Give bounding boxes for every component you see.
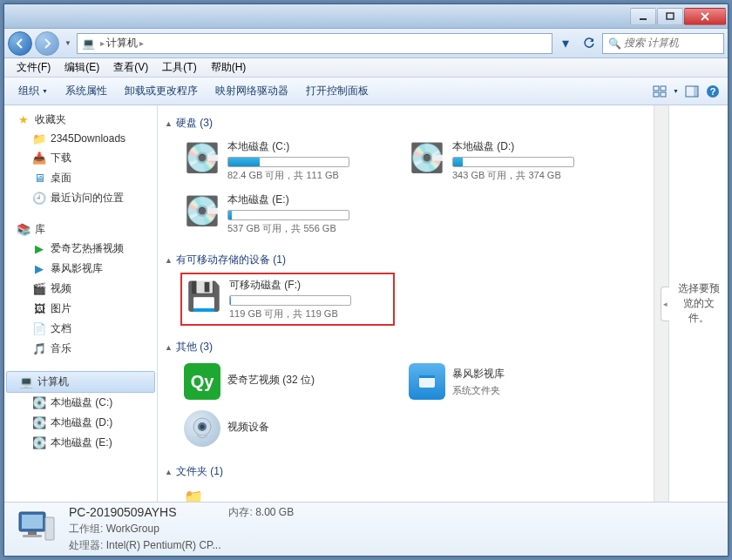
drive-f-removable[interactable]: 💾 可移动磁盘 (F:) 119 GB 可用，共 119 GB <box>180 273 395 326</box>
uninstall-button[interactable]: 卸载或更改程序 <box>118 80 205 102</box>
sidebar-item-downloads[interactable]: 📥下载 <box>4 148 157 168</box>
organize-button[interactable]: 组织 ▼ <box>11 80 55 102</box>
document-icon: 📄 <box>32 322 46 336</box>
help-button[interactable]: ? <box>705 84 721 99</box>
sidebar-item-drive-e[interactable]: 💽本地磁盘 (E:) <box>4 433 157 453</box>
svg-rect-3 <box>661 86 666 91</box>
baofeng-app-icon <box>409 363 445 400</box>
address-dropdown[interactable]: ▾ <box>555 33 576 54</box>
sidebar-item-desktop[interactable]: 🖥桌面 <box>4 168 157 188</box>
sidebar-item-videos[interactable]: 🎬视频 <box>4 279 157 299</box>
svg-rect-1 <box>667 13 674 19</box>
sidebar-item-iqiyi[interactable]: ▶爱奇艺热播视频 <box>4 239 157 259</box>
close-button[interactable] <box>684 8 726 25</box>
drive-e-icon: 💽 <box>184 192 220 229</box>
star-icon: ★ <box>17 113 30 127</box>
menu-edit[interactable]: 编辑(E) <box>58 58 106 77</box>
forward-button[interactable] <box>35 31 59 56</box>
collapse-icon[interactable]: ▲ <box>165 468 173 476</box>
nav-history-dropdown[interactable]: ▼ <box>62 35 74 52</box>
pc-icon <box>14 509 58 550</box>
system-properties-button[interactable]: 系统属性 <box>58 80 114 102</box>
toolbar-left: 组织 ▼ 系统属性 卸载或更改程序 映射网络驱动器 打开控制面板 <box>11 80 376 102</box>
menu-view[interactable]: 查看(V) <box>106 58 155 77</box>
window-controls <box>630 8 726 25</box>
sidebar-computer-group: 💻 计算机 💽本地磁盘 (C:) 💽本地磁盘 (D:) 💽本地磁盘 (E:) <box>4 371 157 453</box>
sidebar-item-recent[interactable]: 🕘最近访问的位置 <box>4 188 157 208</box>
drive-d-bar <box>452 157 574 167</box>
collapse-icon[interactable]: ▲ <box>165 343 173 352</box>
control-panel-button[interactable]: 打开控制面板 <box>299 80 376 102</box>
sidebar-item-drive-c[interactable]: 💽本地磁盘 (C:) <box>4 393 157 413</box>
back-button[interactable] <box>8 31 32 56</box>
breadcrumb-text[interactable]: 计算机 <box>106 36 138 51</box>
toolbar: 组织 ▼ 系统属性 卸载或更改程序 映射网络驱动器 打开控制面板 ▼ ? <box>4 78 728 105</box>
sidebar-item-documents[interactable]: 📄文档 <box>4 319 157 339</box>
preview-pane-button[interactable] <box>684 84 700 99</box>
folder-icon: 📁 <box>184 488 203 502</box>
content-pane[interactable]: ▲ 硬盘 (3) 💽 本地磁盘 (C:) 82.4 GB 可用，共 111 GB… <box>158 105 668 502</box>
svg-rect-4 <box>654 92 659 97</box>
menu-tools[interactable]: 工具(T) <box>155 58 203 77</box>
section-header-removable[interactable]: ▲ 有可移动存储的设备 (1) <box>163 249 663 271</box>
preview-pane-icon <box>685 85 699 98</box>
computer-icon: 💻 <box>19 375 33 389</box>
collapse-icon[interactable]: ▲ <box>165 119 173 128</box>
folder-icon: 📁 <box>32 132 46 145</box>
preview-collapse-handle[interactable]: ◂ <box>661 287 669 321</box>
other-iqiyi[interactable]: Qy 爱奇艺视频 (32 位) <box>180 360 395 403</box>
titlebar <box>4 4 728 29</box>
drive-f-bar <box>229 295 351 306</box>
sidebar-item-2345downloads[interactable]: 📁2345Downloads <box>4 129 157 148</box>
view-options-button[interactable] <box>652 84 668 99</box>
drive-c-icon: 💽 <box>184 139 220 176</box>
other-grid: Qy 爱奇艺视频 (32 位) 暴风影视库 系统文件夹 <box>163 358 663 461</box>
library-icon: 📚 <box>17 223 30 237</box>
map-drive-button[interactable]: 映射网络驱动器 <box>208 80 295 102</box>
sidebar-item-drive-d[interactable]: 💽本地磁盘 (D:) <box>4 413 157 433</box>
sidebar-libraries-header[interactable]: 📚 库 <box>4 220 157 239</box>
section-header-other[interactable]: ▲ 其他 (3) <box>163 336 663 358</box>
folder-item[interactable]: 📁 <box>180 484 395 502</box>
computer-large-icon <box>13 507 58 552</box>
details-text: PC-20190509AYHS 内存: 8.00 GB 工作组: WorkGro… <box>69 505 294 553</box>
view-dropdown[interactable]: ▼ <box>673 88 679 94</box>
sidebar[interactable]: ★ 收藏夹 📁2345Downloads 📥下载 🖥桌面 🕘最近访问的位置 📚 … <box>4 105 158 502</box>
svg-text:?: ? <box>710 86 716 97</box>
other-baofeng[interactable]: 暴风影视库 系统文件夹 <box>405 360 620 403</box>
sidebar-item-pictures[interactable]: 🖼图片 <box>4 299 157 319</box>
drive-icon: 💽 <box>32 436 46 450</box>
drive-c[interactable]: 💽 本地磁盘 (C:) 82.4 GB 可用，共 111 GB <box>180 136 395 186</box>
drive-e[interactable]: 💽 本地磁盘 (E:) 537 GB 可用，共 556 GB <box>180 189 395 239</box>
help-icon: ? <box>706 84 720 98</box>
desktop-icon: 🖥 <box>32 172 46 186</box>
search-box[interactable]: 🔍 搜索 计算机 <box>602 33 724 54</box>
section-header-hdd[interactable]: ▲ 硬盘 (3) <box>163 112 663 134</box>
address-bar[interactable]: 💻 ▸ 计算机 ▸ <box>77 33 552 54</box>
refresh-button[interactable] <box>579 33 600 54</box>
sidebar-item-baofeng[interactable]: ▶暴风影视库 <box>4 259 157 279</box>
close-icon <box>701 12 709 21</box>
sidebar-favorites-header[interactable]: ★ 收藏夹 <box>4 111 157 129</box>
menubar: 文件(F) 编辑(E) 查看(V) 工具(T) 帮助(H) <box>4 58 728 78</box>
maximize-button[interactable] <box>657 8 683 25</box>
arrow-right-icon <box>42 38 52 49</box>
svg-point-14 <box>200 425 205 429</box>
menu-file[interactable]: 文件(F) <box>10 58 58 77</box>
view-icon <box>653 85 667 98</box>
svg-rect-0 <box>640 18 647 20</box>
drive-d[interactable]: 💽 本地磁盘 (D:) 343 GB 可用，共 374 GB <box>405 136 620 186</box>
other-video-device[interactable]: 视频设备 <box>180 407 395 450</box>
minimize-button[interactable] <box>630 8 656 25</box>
body: ★ 收藏夹 📁2345Downloads 📥下载 🖥桌面 🕘最近访问的位置 📚 … <box>4 105 728 502</box>
svg-rect-16 <box>22 515 43 529</box>
drive-c-bar <box>227 157 349 167</box>
collapse-icon[interactable]: ▲ <box>165 256 173 265</box>
sidebar-item-music[interactable]: 🎵音乐 <box>4 339 157 359</box>
preview-pane: ◂ 选择要预览的文件。 <box>668 105 728 502</box>
section-header-folders[interactable]: ▲ 文件夹 (1) <box>163 461 663 482</box>
menu-help[interactable]: 帮助(H) <box>204 58 254 77</box>
search-placeholder: 搜索 计算机 <box>624 36 679 51</box>
explorer-window: ▼ 💻 ▸ 计算机 ▸ ▾ 🔍 搜索 计算机 文件(F) 编辑(E) 查看(V)… <box>3 3 729 557</box>
sidebar-computer-header[interactable]: 💻 计算机 <box>6 371 155 393</box>
